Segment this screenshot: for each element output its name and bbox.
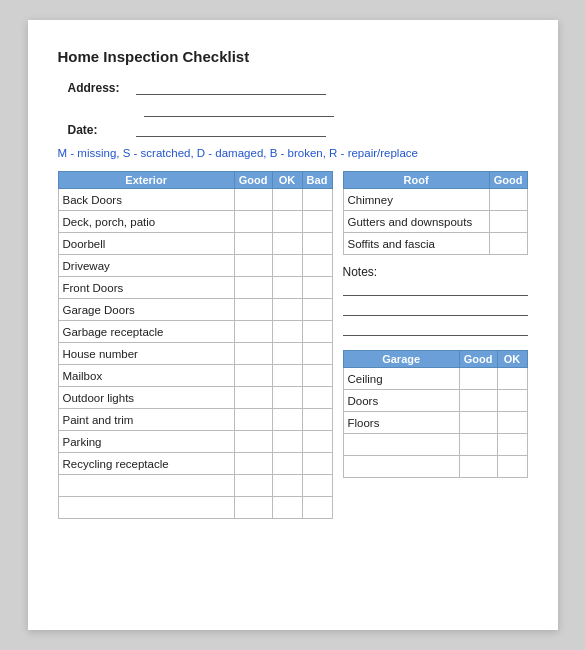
exterior-good-header: Good (234, 172, 272, 189)
exterior-item-label: Doorbell (58, 233, 234, 255)
exterior-good-cell[interactable] (234, 189, 272, 211)
roof-good-cell[interactable] (489, 189, 527, 211)
roof-good-cell[interactable] (489, 233, 527, 255)
exterior-row: Parking (58, 431, 332, 453)
exterior-ok-cell[interactable] (272, 299, 302, 321)
date-line[interactable] (136, 123, 326, 137)
exterior-bad-cell[interactable] (302, 277, 332, 299)
garage-item-label: Doors (343, 390, 459, 412)
exterior-good-cell[interactable] (234, 233, 272, 255)
exterior-good-cell[interactable] (234, 409, 272, 431)
exterior-ok-cell[interactable] (272, 365, 302, 387)
exterior-row: Garage Doors (58, 299, 332, 321)
exterior-ok-cell[interactable] (272, 211, 302, 233)
address-line1[interactable] (136, 81, 326, 95)
exterior-ok-cell[interactable] (272, 409, 302, 431)
garage-good-cell[interactable] (459, 412, 497, 434)
right-section: Roof Good Chimney Gutters and downspouts… (343, 171, 528, 478)
exterior-bad-cell[interactable] (302, 321, 332, 343)
roof-item-label: Gutters and downspouts (343, 211, 489, 233)
notes-section: Notes: (343, 265, 528, 336)
roof-good-cell[interactable] (489, 211, 527, 233)
garage-row: Doors (343, 390, 527, 412)
tables-container: Exterior Good OK Bad Back Doors Deck, po… (58, 171, 528, 519)
exterior-ok-cell[interactable] (272, 277, 302, 299)
exterior-bad-cell[interactable] (302, 409, 332, 431)
exterior-ok-cell[interactable] (272, 387, 302, 409)
roof-good-header: Good (489, 172, 527, 189)
exterior-row: Doorbell (58, 233, 332, 255)
garage-good-cell[interactable] (459, 368, 497, 390)
exterior-ok-cell[interactable] (272, 453, 302, 475)
exterior-ok-cell[interactable] (272, 189, 302, 211)
roof-row: Chimney (343, 189, 527, 211)
garage-header-row: Garage Good OK (343, 351, 527, 368)
exterior-item-label: House number (58, 343, 234, 365)
exterior-row: Paint and trim (58, 409, 332, 431)
garage-empty-row (343, 456, 527, 478)
exterior-ok-cell[interactable] (272, 255, 302, 277)
exterior-good-cell[interactable] (234, 343, 272, 365)
exterior-bad-cell[interactable] (302, 453, 332, 475)
exterior-row: Front Doors (58, 277, 332, 299)
garage-item-label: Floors (343, 412, 459, 434)
exterior-bad-cell[interactable] (302, 365, 332, 387)
exterior-bad-cell[interactable] (302, 255, 332, 277)
roof-item-label: Soffits and fascia (343, 233, 489, 255)
exterior-bad-cell[interactable] (302, 387, 332, 409)
exterior-empty-row (58, 475, 332, 497)
exterior-bad-cell[interactable] (302, 189, 332, 211)
garage-good-cell[interactable] (459, 390, 497, 412)
exterior-bad-cell[interactable] (302, 343, 332, 365)
exterior-item-label: Mailbox (58, 365, 234, 387)
garage-item-label: Ceiling (343, 368, 459, 390)
garage-good-header: Good (459, 351, 497, 368)
exterior-good-cell[interactable] (234, 299, 272, 321)
exterior-header: Exterior (58, 172, 234, 189)
exterior-bad-cell[interactable] (302, 299, 332, 321)
roof-table: Roof Good Chimney Gutters and downspouts… (343, 171, 528, 255)
exterior-item-label: Recycling receptacle (58, 453, 234, 475)
exterior-bad-cell[interactable] (302, 211, 332, 233)
notes-line-1[interactable] (343, 282, 528, 296)
exterior-row: Outdoor lights (58, 387, 332, 409)
exterior-row: Deck, porch, patio (58, 211, 332, 233)
garage-ok-cell[interactable] (497, 412, 527, 434)
garage-row: Ceiling (343, 368, 527, 390)
notes-line-2[interactable] (343, 302, 528, 316)
roof-row: Gutters and downspouts (343, 211, 527, 233)
exterior-good-cell[interactable] (234, 365, 272, 387)
garage-ok-header: OK (497, 351, 527, 368)
page-title: Home Inspection Checklist (58, 48, 528, 65)
exterior-ok-cell[interactable] (272, 321, 302, 343)
roof-item-label: Chimney (343, 189, 489, 211)
exterior-bad-header: Bad (302, 172, 332, 189)
exterior-ok-cell[interactable] (272, 233, 302, 255)
exterior-good-cell[interactable] (234, 277, 272, 299)
exterior-item-label: Garbage receptacle (58, 321, 234, 343)
garage-ok-cell[interactable] (497, 368, 527, 390)
exterior-good-cell[interactable] (234, 453, 272, 475)
garage-ok-cell[interactable] (497, 390, 527, 412)
exterior-bad-cell[interactable] (302, 233, 332, 255)
exterior-good-cell[interactable] (234, 211, 272, 233)
exterior-good-cell[interactable] (234, 321, 272, 343)
exterior-header-row: Exterior Good OK Bad (58, 172, 332, 189)
exterior-ok-header: OK (272, 172, 302, 189)
garage-section: Garage Good OK Ceiling Doors Floors (343, 350, 528, 478)
date-label: Date: (68, 123, 128, 137)
notes-label: Notes: (343, 265, 528, 279)
notes-line-3[interactable] (343, 322, 528, 336)
exterior-ok-cell[interactable] (272, 343, 302, 365)
exterior-item-label: Garage Doors (58, 299, 234, 321)
exterior-item-label: Back Doors (58, 189, 234, 211)
exterior-good-cell[interactable] (234, 255, 272, 277)
address-row: Address: (68, 81, 528, 95)
exterior-item-label: Front Doors (58, 277, 234, 299)
exterior-bad-cell[interactable] (302, 431, 332, 453)
exterior-good-cell[interactable] (234, 431, 272, 453)
exterior-good-cell[interactable] (234, 387, 272, 409)
address-label: Address: (68, 81, 128, 95)
exterior-ok-cell[interactable] (272, 431, 302, 453)
address-line2[interactable] (144, 103, 334, 117)
